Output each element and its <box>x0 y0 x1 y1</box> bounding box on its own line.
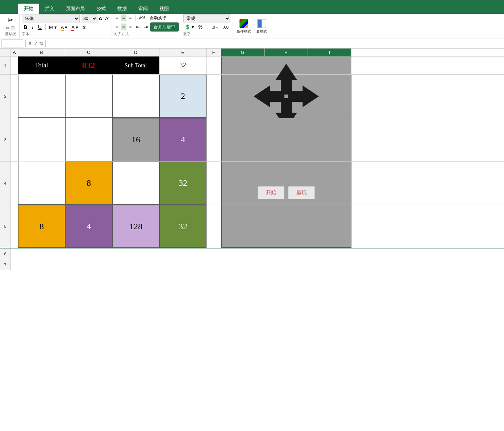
col-header-c[interactable]: C <box>65 49 112 56</box>
cell-d2[interactable] <box>112 75 159 118</box>
tab-home[interactable]: 开始 <box>18 4 39 14</box>
cell-e4[interactable]: 32 <box>159 162 207 205</box>
cell-a2[interactable] <box>11 75 18 118</box>
cell-reference-input[interactable] <box>1 39 23 47</box>
increase-decimal-button[interactable]: .00 <box>222 24 230 30</box>
cell-d5[interactable]: 128 <box>112 205 159 248</box>
orientation-button[interactable]: ⟳% <box>137 15 147 21</box>
formula-input[interactable] <box>48 39 503 47</box>
col-header-g[interactable]: G <box>221 49 265 56</box>
table-style-btn[interactable]: 套格式 <box>255 17 268 35</box>
cut-button[interactable]: ✂ <box>7 16 14 25</box>
row-num-5: 5 <box>0 205 11 248</box>
row-num-7: 7 <box>0 259 11 270</box>
col-header-b[interactable]: B <box>18 49 65 56</box>
col-header-i[interactable]: I <box>308 49 351 56</box>
tab-formula[interactable]: 公式 <box>91 4 112 14</box>
cell-a3[interactable] <box>11 118 18 161</box>
align-middle-button[interactable]: ≡ <box>121 14 126 21</box>
cell-f4[interactable] <box>207 162 221 205</box>
formula-bar: ✗ ✓ fx <box>0 38 504 49</box>
number-label: 数字 <box>183 32 191 37</box>
tab-insert[interactable]: 插入 <box>39 4 60 14</box>
accounting-button[interactable]: 💲 ▾ <box>183 24 196 30</box>
paste-button[interactable]: 📋 <box>10 26 15 30</box>
cell-d1[interactable]: Sub Total <box>112 57 159 74</box>
cell-d3[interactable]: 16 <box>112 118 159 161</box>
cell-b1[interactable]: Total <box>18 57 65 74</box>
font-size-select[interactable]: 30 <box>81 14 97 22</box>
start-game-button[interactable]: 开始 <box>258 186 284 199</box>
col-header-a[interactable]: A <box>11 49 18 56</box>
cell-c4[interactable]: 8 <box>65 162 112 205</box>
restart-game-button[interactable]: 重玩 <box>288 186 315 199</box>
grid-row-5: 5 8 4 128 32 <box>0 205 504 248</box>
tab-page-layout[interactable]: 页面布局 <box>60 4 91 14</box>
cell-d4[interactable] <box>112 162 159 205</box>
underline-button[interactable]: U <box>36 24 43 31</box>
copy-button[interactable]: ⧉ <box>6 26 9 30</box>
cell-b4[interactable] <box>18 162 65 205</box>
cell-c2[interactable] <box>65 75 112 118</box>
alignment-group: ≡ ≡ ≡ ⟳% 自动换行 ≡ ≡ ≡ ⇤ ⇥ 合并后居中 对齐方式 <box>112 14 181 38</box>
cell-a1[interactable] <box>11 57 18 74</box>
grid-row-7: 7 <box>0 259 504 270</box>
cell-a5[interactable] <box>11 205 18 248</box>
col-header-d[interactable]: D <box>112 49 159 56</box>
confirm-formula-button[interactable]: ✓ <box>34 41 38 46</box>
right-align-button[interactable]: ≡ <box>128 24 133 30</box>
decrease-decimal-button[interactable]: .0← <box>210 24 220 30</box>
comma-button[interactable]: , <box>205 24 209 30</box>
borders-button[interactable]: ⊞ ▾ <box>47 24 58 31</box>
cell-b5[interactable]: 8 <box>18 205 65 248</box>
cell-c1[interactable]: 832 <box>65 57 112 74</box>
cell-e3[interactable]: 4 <box>159 118 207 161</box>
cell-f5[interactable] <box>207 205 221 248</box>
cell-e2[interactable]: 2 <box>159 75 207 118</box>
tab-review[interactable]: 审阅 <box>133 4 154 14</box>
font-label: 字体 <box>22 32 29 37</box>
cell-e5[interactable]: 32 <box>159 205 207 248</box>
number-format-select[interactable]: 常规 <box>183 14 230 22</box>
col-header-h[interactable]: H <box>265 49 308 56</box>
cell-ghi4[interactable]: 开始 重玩 <box>221 162 351 205</box>
cell-ghi5[interactable] <box>221 205 351 248</box>
percent-button[interactable]: % <box>197 24 204 30</box>
wen-button[interactable]: 文 <box>81 24 88 31</box>
font-shrink-button[interactable]: A- <box>105 16 109 21</box>
cell-ghi3[interactable] <box>221 118 351 161</box>
tab-data[interactable]: 数据 <box>112 4 133 14</box>
decrease-indent-button[interactable]: ⇤ <box>134 24 141 30</box>
cell-c5[interactable]: 4 <box>65 205 112 248</box>
number-row2: 💲 ▾ % , .0← .00 <box>183 24 230 30</box>
col-header-f[interactable]: F <box>207 49 221 56</box>
cell-f2[interactable] <box>207 75 221 118</box>
cell-e1[interactable]: 32 <box>159 57 207 74</box>
bold-button[interactable]: B <box>22 24 29 31</box>
align-top-button[interactable]: ≡ <box>114 14 120 21</box>
font-grow-button[interactable]: A+ <box>99 16 104 21</box>
cell-ghi2[interactable] <box>221 75 351 118</box>
cancel-formula-button[interactable]: ✗ <box>28 41 32 46</box>
wrap-text-button[interactable]: 自动换行 <box>148 14 168 21</box>
font-color-button[interactable]: A ▾ <box>70 24 80 31</box>
cell-a4[interactable] <box>11 162 18 205</box>
align-bottom-button[interactable]: ≡ <box>128 14 133 21</box>
merge-button[interactable]: 合并后居中 <box>150 22 179 32</box>
cell-b2[interactable] <box>18 75 65 118</box>
cell-f1[interactable] <box>207 57 221 74</box>
insert-function-button[interactable]: fx <box>39 41 43 46</box>
cell-f3[interactable] <box>207 118 221 161</box>
italic-button[interactable]: I <box>30 24 35 31</box>
increase-indent-button[interactable]: ⇥ <box>142 24 149 30</box>
conditional-format-btn[interactable]: 条件格式 <box>235 17 253 35</box>
cell-b3[interactable] <box>18 118 65 161</box>
col-header-e[interactable]: E <box>159 49 207 56</box>
left-align-button[interactable]: ≡ <box>114 24 120 30</box>
center-align-button[interactable]: ≡ <box>121 24 126 30</box>
cell-c3[interactable] <box>65 118 112 161</box>
font-family-select[interactable]: 宋体 <box>22 14 80 22</box>
tab-view[interactable]: 视图 <box>154 4 175 14</box>
clipboard-group-content: ✂ ⧉ 📋 <box>6 14 15 32</box>
fill-color-button[interactable]: A ▾ <box>59 24 69 31</box>
